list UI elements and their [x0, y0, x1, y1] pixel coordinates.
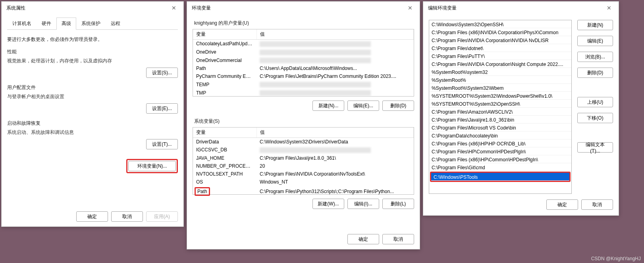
group-desc: 系统启动、系统故障和调试信息: [7, 129, 178, 136]
system-properties-dialog: 系统属性 ✕ 计算机名硬件高级系统保护远程 要进行大多数更改，你必须作为管理员登…: [1, 1, 184, 227]
admin-note: 要进行大多数更改，你必须作为管理员登录。: [7, 36, 178, 43]
list-item[interactable]: C:\Program Files\HP\Common\HPDestPlgIn\: [429, 147, 571, 155]
table-row[interactable]: TEMP: [193, 80, 414, 89]
col-var-header[interactable]: 变量: [193, 29, 256, 40]
user-edit-button[interactable]: 编辑(E)...: [347, 101, 379, 111]
user-delete-button[interactable]: 删除(D): [382, 101, 414, 111]
sys-vars-table[interactable]: 变量 值 DriverDataC:\Windows\System32\Drive…: [193, 127, 414, 195]
group-title: 启动和故障恢复: [7, 120, 178, 127]
dialog-title: 环境变量: [192, 5, 211, 12]
tab-0[interactable]: 计算机名: [7, 17, 37, 29]
path-list[interactable]: C:\Windows\System32\OpenSSH\C:\Program F…: [429, 20, 572, 194]
titlebar: 编辑环境变量 ✕: [423, 2, 619, 14]
delete-button[interactable]: 删除(D): [577, 68, 613, 78]
tab-1[interactable]: 硬件: [37, 17, 56, 29]
list-item[interactable]: C:\Program Files\Amazon\AWSCLIV2\: [429, 108, 571, 116]
edit-text-button[interactable]: 编辑文本(T)...: [577, 142, 613, 153]
tab-3[interactable]: 系统保护: [76, 17, 106, 29]
group-title: 用户配置文件: [7, 84, 178, 91]
sys-new-button[interactable]: 新建(W)...: [312, 199, 344, 209]
edit-button[interactable]: 编辑(E): [577, 36, 613, 46]
list-item-selected[interactable]: C:\Windows\PSTools: [431, 173, 569, 181]
settings-button-1[interactable]: 设置(E)...: [146, 103, 178, 114]
dialog-body: C:\Windows\System32\OpenSSH\C:\Program F…: [423, 14, 619, 199]
table-row[interactable]: PyCharm Community Editi...C:\Program Fil…: [193, 72, 414, 80]
tab-2[interactable]: 高级: [56, 17, 76, 30]
close-icon[interactable]: ✕: [166, 2, 182, 14]
dialog-title: 编辑环境变量: [428, 5, 457, 12]
watermark: CSDN @KnightYangHJ: [591, 256, 641, 261]
group-title: 性能: [7, 48, 178, 55]
list-item[interactable]: C:\Program Files (x86)\HP\Common\HPDestP…: [429, 155, 571, 163]
env-vars-dialog: 环境变量 ✕ knightyang 的用户变量(U) 变量 值 Chocolat…: [187, 1, 420, 249]
list-item[interactable]: C:\Program Files\Microsoft VS Code\bin: [429, 124, 571, 132]
list-item[interactable]: C:\Program Files\NVIDIA Corporation\Nsig…: [429, 60, 571, 68]
list-item[interactable]: %SystemRoot%\System32\Wbem: [429, 84, 571, 92]
dialog-body: knightyang 的用户变量(U) 变量 值 ChocolateyLastP…: [187, 14, 420, 249]
col-val-header[interactable]: 值: [256, 128, 414, 138]
user-vars-table[interactable]: 变量 值 ChocolateyLastPathUpdateOneDriveOne…: [193, 29, 414, 97]
settings-button-0[interactable]: 设置(S)...: [146, 68, 178, 78]
cancel-button[interactable]: 取消: [581, 199, 613, 210]
ok-button[interactable]: 确定: [76, 211, 108, 222]
list-item[interactable]: C:\Program Files\dotnet\: [429, 44, 571, 52]
list-item[interactable]: C:\Program Files (x86)\NVIDIA Corporatio…: [429, 28, 571, 36]
list-item[interactable]: %SystemRoot%\system32: [429, 68, 571, 76]
list-item[interactable]: %SYSTEMROOT%\System32\WindowsPowerShell\…: [429, 92, 571, 100]
table-row[interactable]: DriverDataC:\Windows\System32\Drivers\Dr…: [193, 138, 414, 146]
user-new-button[interactable]: 新建(N)...: [312, 101, 344, 111]
list-item[interactable]: %SystemRoot%: [429, 76, 571, 84]
table-row[interactable]: PathC:\Program Files\Python312\Scripts\;…: [193, 186, 414, 197]
table-row[interactable]: OneDrive: [193, 48, 414, 56]
table-row[interactable]: NUMBER_OF_PROCESSORS20: [193, 162, 414, 170]
table-row[interactable]: ChocolateyLastPathUpdate: [193, 40, 414, 48]
ok-button[interactable]: 确定: [546, 199, 578, 210]
tab-4[interactable]: 远程: [106, 17, 125, 29]
browse-button[interactable]: 浏览(B)...: [577, 52, 613, 62]
list-item[interactable]: C:\Program Files\NVIDIA Corporation\NVID…: [429, 36, 571, 44]
move-down-button[interactable]: 下移(O): [577, 113, 613, 123]
list-item[interactable]: C:\Program Files (x86)\HP\HP OCR\DB_Lib\: [429, 139, 571, 147]
close-icon[interactable]: ✕: [402, 2, 418, 14]
table-row[interactable]: OneDriveCommercial: [193, 56, 414, 65]
viewport: 系统属性 ✕ 计算机名硬件高级系统保护远程 要进行大多数更改，你必须作为管理员登…: [0, 0, 644, 263]
cancel-button[interactable]: 取消: [111, 211, 143, 222]
cancel-button[interactable]: 取消: [382, 234, 414, 244]
table-row[interactable]: NVTOOLSEXT_PATHC:\Program Files\NVIDIA C…: [193, 170, 414, 178]
env-vars-button[interactable]: 环境变量(N)...: [128, 161, 176, 171]
col-val-header[interactable]: 值: [256, 29, 414, 40]
list-item[interactable]: C:\ProgramData\chocolatey\bin: [429, 132, 571, 139]
tab-bar: 计算机名硬件高级系统保护远程: [7, 17, 178, 30]
list-item[interactable]: C:\Program Files\PuTTY\: [429, 52, 571, 60]
group-desc: 与登录帐户相关的桌面设置: [7, 93, 178, 100]
col-var-header[interactable]: 变量: [193, 128, 256, 138]
table-row[interactable]: OSWindows_NT: [193, 178, 414, 186]
sys-delete-button[interactable]: 删除(L): [382, 199, 414, 209]
dialog-title: 系统属性: [6, 5, 25, 12]
user-section-label: knightyang 的用户变量(U): [194, 20, 414, 27]
table-row[interactable]: PathC:\Users\ AppData\Local\Microsoft\Wi…: [193, 64, 414, 72]
close-icon[interactable]: ✕: [601, 2, 617, 14]
sys-section-label: 系统变量(S): [194, 118, 414, 125]
list-item[interactable]: C:\Program Files\Java\jre1.8.0_361\bin: [429, 116, 571, 124]
titlebar: 系统属性 ✕: [2, 2, 183, 14]
new-button[interactable]: 新建(N): [577, 20, 613, 30]
table-row[interactable]: JAVA_HOMEC:\Program Files\Java\jre1.8.0_…: [193, 154, 414, 162]
settings-button-2[interactable]: 设置(T)...: [146, 139, 178, 149]
list-item[interactable]: %SYSTEMROOT%\System32\OpenSSH\: [429, 100, 571, 108]
list-item[interactable]: C:\Program Files\Git\cmd: [429, 163, 571, 171]
list-item[interactable]: C:\Windows\System32\OpenSSH\: [429, 20, 571, 28]
table-row[interactable]: IGCCSVC_DB: [193, 146, 414, 154]
dialog-body: 计算机名硬件高级系统保护远程 要进行大多数更改，你必须作为管理员登录。 性能视觉…: [2, 14, 183, 226]
sys-edit-button[interactable]: 编辑(I)...: [347, 199, 379, 209]
group-desc: 视觉效果，处理器计划，内存使用，以及虚拟内存: [7, 58, 178, 64]
ok-button[interactable]: 确定: [347, 234, 379, 244]
apply-button: 应用(A): [146, 211, 178, 222]
side-buttons: 新建(N) 编辑(E) 浏览(B)... 删除(D) 上移(U) 下移(O) 编…: [577, 20, 613, 194]
move-up-button[interactable]: 上移(U): [577, 97, 613, 107]
edit-env-var-dialog: 编辑环境变量 ✕ C:\Windows\System32\OpenSSH\C:\…: [423, 1, 619, 216]
table-row[interactable]: TMP: [193, 89, 414, 97]
titlebar: 环境变量 ✕: [187, 2, 420, 14]
